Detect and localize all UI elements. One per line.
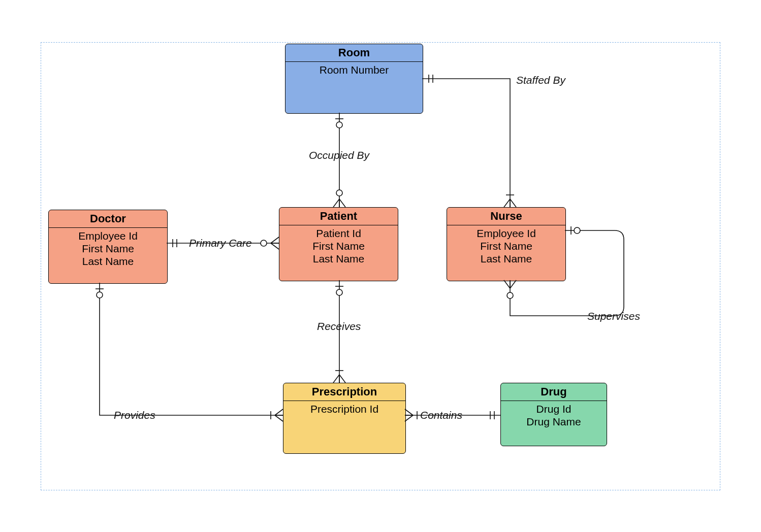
rel-label-primary-care: Primary Care — [189, 237, 252, 249]
entity-patient-title: Patient — [279, 208, 398, 225]
entity-doctor-attrs: Employee Id First Name Last Name — [49, 228, 167, 270]
entity-drug-attrs: Drug Id Drug Name — [501, 401, 607, 430]
rel-label-contains: Contains — [420, 409, 462, 421]
entity-prescription[interactable]: Prescription Prescription Id — [283, 383, 406, 454]
entity-prescription-attrs: Prescription Id — [283, 401, 405, 418]
entity-room[interactable]: Room Room Number — [285, 44, 423, 114]
entity-drug-title: Drug — [501, 383, 607, 401]
rel-label-supervises: Supervises — [587, 310, 640, 322]
entity-patient-attrs: Patient Id First Name Last Name — [279, 225, 398, 267]
entity-nurse[interactable]: Nurse Employee Id First Name Last Name — [447, 207, 566, 281]
rel-label-occupied-by: Occupied By — [309, 149, 369, 161]
entity-nurse-attrs: Employee Id First Name Last Name — [447, 225, 565, 267]
entity-drug[interactable]: Drug Drug Id Drug Name — [500, 383, 607, 446]
er-diagram: Room Room Number Doctor Employee Id Firs… — [0, 0, 761, 532]
rel-label-staffed-by: Staffed By — [516, 74, 565, 86]
entity-patient[interactable]: Patient Patient Id First Name Last Name — [279, 207, 398, 281]
entity-room-title: Room — [286, 44, 423, 62]
entity-doctor[interactable]: Doctor Employee Id First Name Last Name — [48, 210, 168, 284]
entity-room-attrs: Room Number — [286, 62, 423, 79]
rel-label-receives: Receives — [317, 320, 361, 332]
rel-label-provides: Provides — [114, 409, 155, 421]
entity-prescription-title: Prescription — [283, 383, 405, 401]
entity-doctor-title: Doctor — [49, 210, 167, 228]
entity-nurse-title: Nurse — [447, 208, 565, 225]
